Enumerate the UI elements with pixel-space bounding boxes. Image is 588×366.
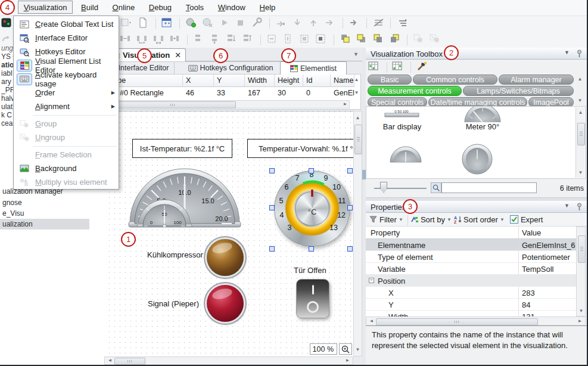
- step-out-icon[interactable]: [307, 17, 321, 30]
- menu-window[interactable]: Window: [212, 1, 251, 14]
- selection-handle[interactable]: [309, 246, 314, 252]
- align-vertical-center-icon[interactable]: [209, 33, 222, 46]
- ungroup-icon[interactable]: [429, 33, 442, 46]
- step-into-icon[interactable]: [291, 17, 304, 30]
- categories-scroll-up-icon[interactable]: ▲: [576, 75, 584, 83]
- tree-item-fragment[interactable]: atio: [1, 61, 14, 69]
- tree-item-diagnose[interactable]: gnose: [0, 197, 24, 208]
- login-icon[interactable]: [185, 17, 198, 30]
- tree-item-fragment[interactable]: iabl: [1, 69, 13, 77]
- selection-handle[interactable]: [269, 246, 275, 252]
- scroll-down-icon[interactable]: ▼: [354, 346, 362, 353]
- selection-handle[interactable]: [309, 168, 314, 173]
- meter-180-icon[interactable]: [389, 146, 422, 163]
- menu-visualization[interactable]: Visualization: [18, 1, 73, 14]
- canvas-hscrollbar-thumb[interactable]: [114, 358, 145, 365]
- menu-online[interactable]: Online: [107, 1, 141, 14]
- next-statement-icon[interactable]: [348, 17, 361, 30]
- tree-item-fragment[interactable]: k C: [1, 111, 12, 119]
- center-in-parent-icon[interactable]: [315, 33, 328, 46]
- menu-build[interactable]: Build: [75, 1, 104, 14]
- categories-scroll-down-icon[interactable]: ▼: [576, 97, 584, 104]
- properties-hscrollbar-thumb[interactable]: [376, 318, 538, 325]
- scroll-up-icon[interactable]: ▲: [577, 108, 584, 116]
- tree-item-fragment[interactable]: cea: [1, 119, 13, 128]
- move-backward-icon[interactable]: [389, 33, 402, 46]
- scroll-up-icon[interactable]: ▲: [354, 114, 362, 122]
- grid-header-property[interactable]: Property: [371, 228, 400, 237]
- toolbox-item-bar-display[interactable]: Bar display: [372, 122, 432, 131]
- tree-item-visu[interactable]: e_Visu: [0, 208, 26, 219]
- category-special-controls[interactable]: Special controls: [368, 97, 427, 106]
- selection-handle[interactable]: [347, 168, 353, 173]
- expert-checkbox[interactable]: [510, 215, 518, 224]
- selection-handle[interactable]: [347, 246, 353, 252]
- canvas-vscrollbar[interactable]: ▲ ▼: [353, 111, 362, 356]
- new-page-icon[interactable]: [137, 17, 150, 30]
- space-decrease-horizontal-icon[interactable]: [153, 33, 166, 46]
- property-row-y[interactable]: Y84: [366, 299, 576, 311]
- insert-table-icon[interactable]: [368, 61, 381, 74]
- tree-item-visualization[interactable]: ualization: [0, 219, 89, 229]
- pin-icon[interactable]: [576, 49, 583, 58]
- scroll-right-icon[interactable]: ►: [344, 357, 351, 365]
- wrench-icon[interactable]: [251, 17, 264, 30]
- col-header-y[interactable]: Y: [214, 75, 245, 87]
- menuitem-activate-keyboard-usage[interactable]: Activate keyboard usage: [14, 72, 119, 86]
- tab-list-dropdown-icon[interactable]: ▼: [352, 51, 360, 58]
- zoom-slider-thumb[interactable]: [380, 182, 387, 193]
- step-over-icon[interactable]: [275, 17, 288, 30]
- property-row-elementname[interactable]: ElementnameGenElemInst_6: [366, 239, 576, 251]
- scroll-left-icon[interactable]: ◄: [106, 357, 114, 365]
- tree-item-fragment[interactable]: ulat: [1, 103, 13, 111]
- device-icon[interactable]: [1, 17, 14, 30]
- meter-small-element[interactable]: 0 50 100: [136, 196, 192, 227]
- menuitem-group[interactable]: Group: [14, 117, 119, 131]
- bar-display-icon[interactable]: 0 50 100: [384, 109, 420, 117]
- close-icon[interactable]: ✕: [175, 51, 181, 60]
- property-row-x[interactable]: X283: [366, 287, 576, 299]
- tree-item-fragment[interactable]: _PF: [1, 86, 14, 94]
- space-remove-horizontal-icon[interactable]: [169, 33, 182, 46]
- tree-item-fragment[interactable]: halv: [1, 94, 14, 103]
- sort-by-button[interactable]: Sort by: [421, 215, 445, 224]
- same-height-icon[interactable]: [282, 33, 295, 46]
- properties-vscrollbar-thumb[interactable]: [578, 235, 586, 263]
- selection-handle[interactable]: [347, 205, 353, 210]
- menuitem-ungroup[interactable]: Ungroup: [14, 131, 119, 144]
- col-header-x[interactable]: X: [183, 75, 214, 87]
- collapse-icon[interactable]: −: [369, 278, 374, 283]
- scroll-down-icon[interactable]: ▼: [577, 307, 585, 315]
- menuitem-order[interactable]: Order ▶: [14, 86, 119, 100]
- category-measurement-controls[interactable]: Measurement controls: [368, 86, 462, 96]
- send-to-back-icon[interactable]: [372, 33, 385, 46]
- category-imagepool[interactable]: ImagePool: [528, 97, 574, 106]
- menu-debug[interactable]: Debug: [143, 1, 178, 14]
- align-baseline-icon[interactable]: [242, 33, 255, 46]
- search-icon[interactable]: [431, 182, 441, 193]
- grid-dropdown-icon[interactable]: [120, 17, 133, 30]
- filter-dropdown-icon[interactable]: ▼: [397, 216, 405, 224]
- selection-handle[interactable]: [269, 168, 275, 173]
- table-hscrollbar[interactable]: ►: [108, 100, 350, 108]
- menuitem-interface-editor[interactable]: Interface Editor: [14, 31, 119, 45]
- grid-header-value[interactable]: Value: [522, 228, 541, 237]
- menuitem-create-global-text-list[interactable]: Create Global Text List: [14, 17, 119, 31]
- space-increase-horizontal-icon[interactable]: [136, 33, 149, 46]
- toolbox-search-input[interactable]: [441, 182, 537, 193]
- text-element-ist-temperatur[interactable]: Ist-Temperatur: %2.1f °C: [132, 139, 232, 158]
- flow-control-icon[interactable]: [372, 17, 385, 30]
- bring-to-front-icon[interactable]: [340, 33, 353, 46]
- table-scroll-down-icon[interactable]: ▼: [353, 89, 360, 97]
- lamp-signal[interactable]: [207, 285, 244, 322]
- subtab-hotkeys-configuration[interactable]: Hotkeys Configuration: [174, 61, 287, 75]
- execution-order-icon[interactable]: [396, 17, 409, 30]
- align-bottom-icon[interactable]: [226, 33, 239, 46]
- sort-order-button[interactable]: Sort order: [463, 215, 498, 224]
- scroll-right-icon[interactable]: ►: [576, 318, 584, 325]
- dropdown-chevron-icon[interactable]: ▼: [564, 49, 570, 55]
- sort-by-dropdown-icon[interactable]: ▼: [445, 216, 453, 224]
- property-row-type[interactable]: Type of elementPotentiometer: [366, 251, 576, 263]
- dropdown-chevron-icon[interactable]: ▼: [564, 203, 570, 209]
- group-icon[interactable]: [413, 33, 426, 46]
